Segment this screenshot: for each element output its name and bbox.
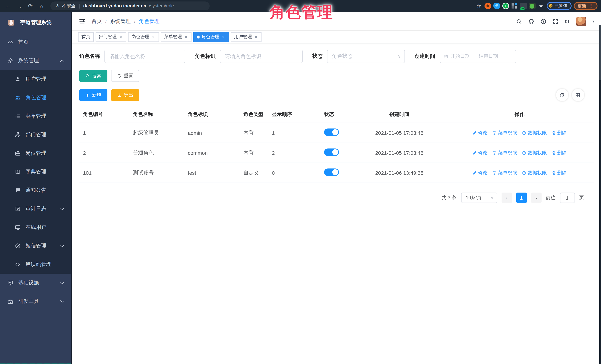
action-删除[interactable]: 删除 bbox=[552, 149, 567, 156]
add-button[interactable]: 新增 bbox=[79, 89, 107, 101]
logo-rabbit-avatar bbox=[6, 17, 17, 28]
breadcrumb-item[interactable]: 首页 bbox=[91, 18, 102, 25]
extension-grid-icon[interactable] bbox=[511, 3, 518, 9]
sidebar-item-dict[interactable]: 字典管理 bbox=[0, 163, 71, 181]
page-size-select[interactable]: 10条/页 ∨ bbox=[461, 193, 497, 203]
page-1-button[interactable]: 1 bbox=[516, 193, 527, 203]
table-row: 1 超级管理员 admin 内置 1 2021-01-05 17:03:48 修… bbox=[79, 123, 594, 143]
close-icon[interactable]: × bbox=[254, 34, 258, 39]
extension-leaf-icon[interactable] bbox=[529, 3, 535, 9]
search-icon[interactable] bbox=[516, 18, 522, 24]
user-icon bbox=[15, 76, 21, 82]
close-icon[interactable]: × bbox=[184, 34, 188, 39]
action-修改[interactable]: 修改 bbox=[472, 149, 488, 156]
sidebar-item-label: 用户管理 bbox=[26, 76, 46, 83]
close-icon[interactable]: × bbox=[221, 34, 226, 39]
sidebar-item-dev-tool[interactable]: 研发工具 bbox=[0, 292, 71, 311]
sidebar-item-post[interactable]: 岗位管理 bbox=[0, 144, 71, 163]
extension-blue-icon[interactable] bbox=[493, 3, 500, 9]
sidebar-item-audit-log[interactable]: 审计日志 bbox=[0, 200, 71, 218]
sidebar-item-user[interactable]: 用户管理 bbox=[0, 70, 71, 89]
cell-role-id: 2 bbox=[79, 143, 129, 163]
sidebar-item-infra[interactable]: 基础设施 bbox=[0, 274, 71, 292]
chevron-down-icon[interactable]: ▾ bbox=[592, 19, 594, 23]
profile-paused-chip[interactable]: 已暂停 bbox=[547, 2, 571, 10]
home-icon[interactable]: ⌂ bbox=[37, 3, 46, 9]
tab-岗位管理[interactable]: 岗位管理 × bbox=[128, 32, 159, 42]
action-菜单权限[interactable]: 菜单权限 bbox=[492, 169, 517, 176]
reload-icon[interactable]: ⟳ bbox=[26, 3, 35, 9]
sidebar-item-dept[interactable]: 部门管理 bbox=[0, 126, 71, 144]
paused-label: 已暂停 bbox=[554, 3, 567, 9]
action-菜单权限[interactable]: 菜单权限 bbox=[492, 149, 517, 156]
tab-角色管理[interactable]: 角色管理 × bbox=[193, 32, 229, 42]
bookmark-star-icon[interactable]: ☆ bbox=[475, 3, 482, 9]
role-name-input[interactable] bbox=[104, 50, 185, 63]
breadcrumb-item[interactable]: 系统管理 bbox=[110, 18, 131, 25]
forward-arrow-icon[interactable]: → bbox=[15, 3, 24, 9]
prev-page-button[interactable]: ‹ bbox=[501, 193, 512, 203]
sidebar-item-notice[interactable]: 通知公告 bbox=[0, 181, 71, 200]
action-数据权限[interactable]: 数据权限 bbox=[522, 169, 547, 176]
circle-check-icon bbox=[492, 150, 497, 155]
tab-菜单管理[interactable]: 菜单管理 × bbox=[161, 32, 191, 42]
sidebar-item-system[interactable]: 系统管理 bbox=[0, 51, 71, 70]
sidebar-item-online-user[interactable]: 在线用户 bbox=[0, 218, 71, 237]
create-time-range-picker[interactable]: 开始日期 - 结束日期 bbox=[440, 50, 516, 63]
chrome-menu-icon[interactable]: ⋮ bbox=[589, 3, 593, 9]
extension-orange-icon[interactable] bbox=[484, 3, 491, 9]
breadcrumb-item: 角色管理 bbox=[139, 18, 160, 25]
back-arrow-icon[interactable]: ← bbox=[4, 3, 13, 9]
tab-首页[interactable]: 首页 bbox=[78, 32, 94, 42]
status-select[interactable]: 角色状态 ∨ bbox=[327, 50, 405, 63]
action-删除[interactable]: 删除 bbox=[552, 129, 567, 136]
browser-scrollbar[interactable] bbox=[599, 25, 601, 364]
extension-dark-icon[interactable]: on bbox=[520, 3, 527, 9]
github-icon[interactable] bbox=[528, 18, 534, 24]
sidebar-item-label: 通知公告 bbox=[26, 187, 46, 194]
refresh-icon[interactable] bbox=[556, 89, 568, 101]
action-修改[interactable]: 修改 bbox=[472, 169, 488, 176]
action-修改[interactable]: 修改 bbox=[472, 129, 488, 136]
fullscreen-icon[interactable] bbox=[553, 18, 559, 24]
status-toggle[interactable] bbox=[324, 168, 339, 176]
sidebar-item-sms[interactable]: 短信管理 bbox=[0, 237, 71, 255]
chevron-down-icon bbox=[59, 298, 65, 304]
status-toggle[interactable] bbox=[324, 148, 339, 156]
tab-用户管理[interactable]: 用户管理 × bbox=[231, 32, 261, 42]
extension-green-icon[interactable]: 7 bbox=[502, 3, 509, 9]
column-header: 角色类型 bbox=[240, 106, 268, 123]
sidebar-item-error-code[interactable]: 错误码管理 bbox=[0, 255, 71, 274]
page-size-value: 10条/页 bbox=[466, 195, 491, 201]
sidebar-item-home[interactable]: 首页 bbox=[0, 33, 71, 51]
status-toggle[interactable] bbox=[324, 128, 339, 136]
extensions-puzzle-icon[interactable]: ★ bbox=[538, 3, 544, 9]
url-path: /system/role bbox=[149, 3, 174, 9]
avatar[interactable] bbox=[577, 17, 586, 26]
question-icon[interactable] bbox=[541, 18, 546, 24]
reset-button[interactable]: 重置 bbox=[111, 70, 139, 82]
goto-page-input[interactable] bbox=[560, 193, 575, 203]
address-bar[interactable]: ⚠ 不安全 dashboard.yudao.iocoder.cn /system… bbox=[50, 1, 210, 10]
column-settings-icon[interactable] bbox=[572, 89, 584, 101]
action-数据权限[interactable]: 数据权限 bbox=[522, 129, 547, 136]
tab-label: 部门管理 bbox=[99, 34, 117, 40]
browser-update-button[interactable]: 更新 ⋮ bbox=[574, 2, 597, 10]
close-icon[interactable]: × bbox=[119, 34, 123, 39]
sidebar-item-label: 审计日志 bbox=[26, 206, 46, 212]
hamburger-icon[interactable] bbox=[79, 18, 85, 24]
action-删除[interactable]: 删除 bbox=[552, 169, 567, 176]
sidebar-item-label: 菜单管理 bbox=[26, 113, 46, 120]
action-菜单权限[interactable]: 菜单权限 bbox=[492, 129, 517, 136]
text-size-button[interactable]: tT bbox=[565, 19, 570, 24]
search-button[interactable]: 搜索 bbox=[79, 70, 107, 82]
export-button[interactable]: 导出 bbox=[111, 89, 139, 101]
close-icon[interactable]: × bbox=[151, 34, 156, 39]
next-page-button[interactable]: › bbox=[531, 193, 541, 203]
app-logo[interactable]: 芋道管理系统 bbox=[0, 12, 71, 33]
action-数据权限[interactable]: 数据权限 bbox=[522, 149, 547, 156]
sidebar-item-role[interactable]: 角色管理 bbox=[0, 89, 71, 107]
tab-部门管理[interactable]: 部门管理 × bbox=[96, 32, 126, 42]
role-key-input[interactable] bbox=[220, 50, 303, 63]
sidebar-item-menu[interactable]: 菜单管理 bbox=[0, 107, 71, 126]
